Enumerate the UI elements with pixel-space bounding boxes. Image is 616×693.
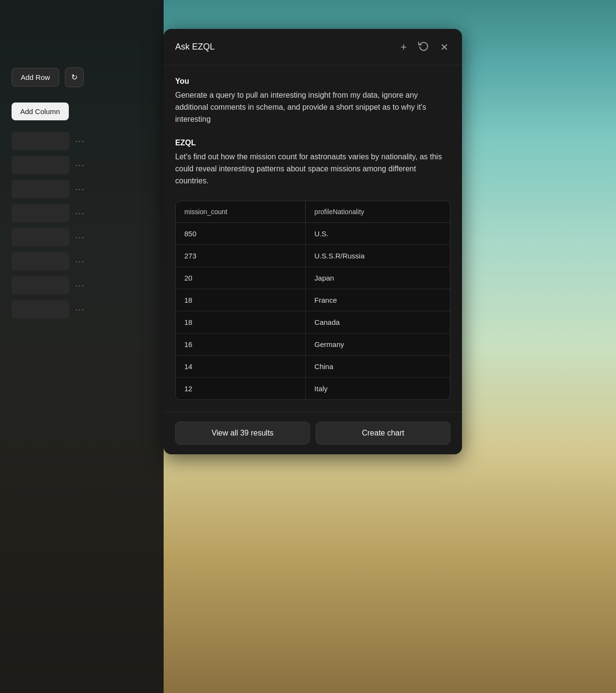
close-button[interactable]: ✕ — [438, 39, 450, 55]
cell-mission-count: 18 — [176, 289, 306, 311]
table-row: 18France — [176, 289, 450, 311]
row-cell — [12, 228, 69, 246]
row-menu-dots[interactable]: ··· — [75, 305, 85, 315]
cell-nationality: U.S.S.R/Russia — [306, 245, 450, 267]
column-header-nationality: profileNationality — [306, 201, 450, 223]
list-item: ··· — [12, 276, 152, 295]
row-menu-dots[interactable]: ··· — [75, 208, 85, 218]
cell-nationality: Canada — [306, 311, 450, 334]
list-item: ··· — [12, 228, 152, 246]
row-cell — [12, 300, 69, 319]
new-chat-button[interactable]: + — [398, 39, 409, 55]
table-row: 14China — [176, 356, 450, 378]
refresh-icon: ↻ — [71, 73, 77, 82]
row-menu-dots[interactable]: ··· — [75, 160, 85, 170]
row-menu-dots[interactable]: ··· — [75, 136, 85, 146]
chat-header: Ask EZQL + ✕ — [164, 29, 462, 65]
table-row: 850U.S. — [176, 223, 450, 245]
create-chart-button[interactable]: Create chart — [316, 422, 450, 445]
cell-nationality: France — [306, 289, 450, 311]
refresh-button[interactable]: ↻ — [65, 67, 84, 87]
add-column-button[interactable]: Add Column — [12, 103, 69, 120]
row-cell — [12, 156, 69, 174]
row-menu-dots[interactable]: ··· — [75, 232, 85, 243]
history-icon — [418, 40, 429, 53]
user-message-block: You Generate a query to pull an interest… — [175, 77, 450, 125]
list-item: ··· — [12, 156, 152, 174]
table-row: 18Canada — [176, 311, 450, 334]
table-row: 16Germany — [176, 334, 450, 356]
view-all-button[interactable]: View all 39 results — [175, 422, 310, 445]
ai-message-block: EZQL Let's find out how the mission coun… — [175, 139, 450, 187]
row-menu-dots[interactable]: ··· — [75, 257, 85, 267]
chat-title: Ask EZQL — [175, 42, 215, 52]
column-header-mission-count: mission_count — [176, 201, 306, 223]
chat-body: You Generate a query to pull an interest… — [164, 65, 462, 411]
header-actions: + ✕ — [398, 38, 450, 55]
cell-nationality: Germany — [306, 334, 450, 356]
list-item: ··· — [12, 132, 152, 150]
table-row: 12Italy — [176, 378, 450, 399]
close-icon: ✕ — [440, 41, 449, 53]
sidebar-toolbar: Add Row ↻ — [12, 67, 152, 87]
row-cell — [12, 132, 69, 150]
list-item: ··· — [12, 300, 152, 319]
results-table: mission_count profileNationality 850U.S.… — [175, 201, 450, 400]
cell-nationality: China — [306, 356, 450, 378]
row-list: ··· ··· ··· ··· ··· ··· ··· ··· — [12, 132, 152, 319]
list-item: ··· — [12, 204, 152, 222]
chat-footer: View all 39 results Create chart — [164, 411, 462, 454]
row-cell — [12, 180, 69, 198]
list-item: ··· — [12, 180, 152, 198]
ai-message-text: Let's find out how the mission count for… — [175, 151, 450, 187]
table-row: 273U.S.S.R/Russia — [176, 245, 450, 267]
sidebar-panel: Add Row ↻ Add Column ··· ··· ··· ··· ···… — [0, 0, 164, 693]
cell-mission-count: 850 — [176, 223, 306, 245]
add-row-button[interactable]: Add Row — [12, 68, 59, 87]
table-row: 20Japan — [176, 267, 450, 289]
chat-panel: Ask EZQL + ✕ You Generate a query — [164, 29, 462, 454]
cell-mission-count: 14 — [176, 356, 306, 378]
row-cell — [12, 204, 69, 222]
cell-mission-count: 16 — [176, 334, 306, 356]
cell-nationality: Japan — [306, 267, 450, 289]
cell-nationality: U.S. — [306, 223, 450, 245]
cell-mission-count: 273 — [176, 245, 306, 267]
user-sender-label: You — [175, 77, 450, 86]
cell-mission-count: 20 — [176, 267, 306, 289]
row-cell — [12, 276, 69, 295]
cell-mission-count: 18 — [176, 311, 306, 334]
row-cell — [12, 252, 69, 270]
cell-mission-count: 12 — [176, 378, 306, 399]
ai-sender-label: EZQL — [175, 139, 450, 147]
row-menu-dots[interactable]: ··· — [75, 184, 85, 194]
plus-icon: + — [400, 41, 407, 53]
list-item: ··· — [12, 252, 152, 270]
user-message-text: Generate a query to pull an interesting … — [175, 90, 450, 125]
history-button[interactable] — [416, 38, 431, 55]
cell-nationality: Italy — [306, 378, 450, 399]
table-header-row: mission_count profileNationality — [176, 201, 450, 223]
row-menu-dots[interactable]: ··· — [75, 281, 85, 291]
